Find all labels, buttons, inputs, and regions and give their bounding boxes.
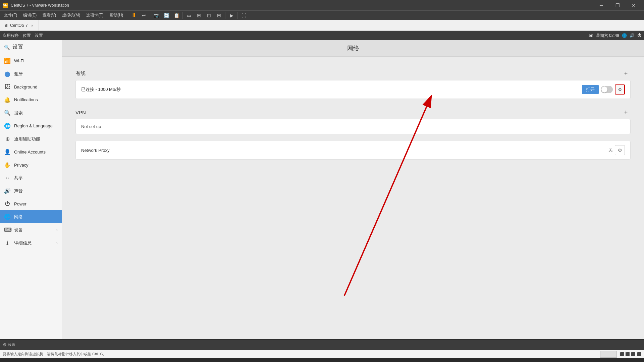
wired-settings-button[interactable]: ⚙: [615, 84, 625, 95]
apps-menu[interactable]: 应用程序: [3, 33, 19, 39]
vmware-icon: VM: [3, 3, 8, 8]
proxy-status-label: 关: [608, 147, 613, 153]
sidebar-item-accessibility[interactable]: ⊕ 通用辅助功能: [0, 132, 62, 145]
toolbar-revert[interactable]: ↩: [139, 11, 149, 20]
wifi-icon: 📶: [4, 58, 11, 64]
sidebar-item-details[interactable]: ℹ 详细信息 ›: [0, 236, 62, 249]
sidebar-item-devices[interactable]: ⌨ 设备 ›: [0, 223, 62, 236]
sidebar-item-search[interactable]: 🔍 搜索: [0, 106, 62, 119]
annotation-arrow: [62, 57, 644, 339]
sidebar-item-label: Notifications: [14, 97, 38, 102]
bottombar-settings-label: 设置: [8, 342, 15, 347]
menu-file[interactable]: 文件(F): [1, 11, 20, 19]
places-menu[interactable]: 位置: [23, 33, 31, 39]
bluetooth-icon: ⬤: [4, 71, 11, 77]
sidebar-item-region[interactable]: 🌐 Region & Language: [0, 119, 62, 132]
sidebar-item-privacy[interactable]: ✋ Privacy: [0, 159, 62, 172]
sidebar-item-label: 设备: [14, 227, 23, 233]
toolbar-sep2: [182, 12, 183, 19]
sidebar-item-network[interactable]: 🌐 网络: [0, 210, 62, 223]
sidebar-item-sound[interactable]: 🔊 声音: [0, 184, 62, 197]
sidebar-item-sharing[interactable]: ↔ 共享: [0, 172, 62, 184]
vm-tab-centos[interactable]: 🖥 CentOS 7 ×: [0, 20, 39, 31]
vpn-section: VPN + Not set up: [75, 106, 631, 134]
settings-icon: ⚙: [3, 342, 7, 347]
sidebar-item-online-accounts[interactable]: 👤 Online Accounts: [0, 145, 62, 159]
wired-settings-icon: ⚙: [618, 87, 622, 92]
toolbar-clone[interactable]: 📋: [172, 11, 181, 20]
menu-edit[interactable]: 编辑(E): [20, 11, 39, 19]
sidebar-item-wifi[interactable]: 📶 Wi-Fi: [0, 54, 62, 67]
sidebar-item-label: 网络: [14, 214, 23, 220]
sidebar-item-notifications[interactable]: 🔔 Notifications: [0, 93, 62, 106]
vpn-add-button[interactable]: +: [621, 108, 631, 117]
sidebar-item-bluetooth[interactable]: ⬤ 蓝牙: [0, 67, 62, 80]
menu-vm[interactable]: 虚拟机(M): [59, 11, 83, 19]
region-icon: 🌐: [4, 123, 11, 129]
main-header: 网络: [62, 40, 644, 57]
toolbar-console[interactable]: ▶: [227, 11, 236, 20]
sidebar-title: 设置: [12, 43, 23, 51]
vm-bottombar: ⚙ 设置: [0, 339, 644, 350]
sound-icon: 🔊: [4, 188, 11, 194]
vm-content: 🔍 设置 📶 Wi-Fi ⬤ 蓝牙 🖼 Background 🔔 Notific…: [0, 40, 644, 339]
sidebar-item-power[interactable]: ⏻ Power: [0, 197, 62, 210]
toolbar-view3[interactable]: ⊡: [204, 11, 214, 20]
sharing-icon: ↔: [4, 175, 11, 181]
wired-section-header: 有线 +: [75, 67, 631, 80]
vm-tab-label: CentOS 7: [10, 23, 28, 28]
volume-icon: 🔊: [630, 33, 635, 38]
menu-view[interactable]: 查看(V): [40, 11, 59, 19]
status-text: 要将输入定向到该虚拟机，请将鼠标指针移入其中或按 Ctrl+G。: [3, 352, 107, 357]
toolbar-view4[interactable]: ⊟: [214, 11, 224, 20]
main-panel: 网络 有线 + 已连接 - 1000 Mb/秒 打开 ⚙: [62, 40, 644, 339]
vm-tab-close[interactable]: ×: [30, 23, 35, 28]
wired-connection-item: 已连接 - 1000 Mb/秒 打开 ⚙: [75, 80, 631, 99]
network-icon2: 🌐: [4, 214, 11, 220]
power-icon: ⏻: [637, 33, 641, 38]
sidebar-item-label: 通用辅助功能: [14, 136, 40, 142]
vpn-section-title: VPN: [75, 110, 86, 115]
toolbar-view1[interactable]: ▭: [184, 11, 194, 20]
privacy-icon: ✋: [4, 162, 11, 168]
proxy-settings-icon: ⚙: [618, 147, 622, 153]
wired-section: 有线 + 已连接 - 1000 Mb/秒 打开 ⚙: [75, 67, 631, 99]
vmware-menubar: 文件(F) 编辑(E) 查看(V) 虚拟机(M) 选项卡(T) 帮助(H) ⏸ …: [0, 11, 644, 20]
wired-add-button[interactable]: +: [621, 69, 631, 78]
toolbar-sep4: [237, 12, 238, 19]
menu-tabs[interactable]: 选项卡(T): [84, 11, 106, 19]
toolbar-sep3: [225, 12, 225, 19]
proxy-controls: 关 ⚙: [608, 145, 625, 155]
sidebar-item-label: 详细信息: [14, 240, 32, 246]
toolbar-pause[interactable]: ⏸: [129, 11, 139, 20]
bottombar-settings[interactable]: ⚙ 设置: [3, 342, 15, 347]
close-button[interactable]: ✕: [626, 0, 641, 11]
sidebar-item-label: Background: [14, 84, 37, 89]
sidebar-item-label: 声音: [14, 188, 23, 194]
wired-toggle-button[interactable]: 打开: [582, 85, 599, 94]
vm-tab-icon: 🖥: [4, 23, 8, 28]
settings-menu[interactable]: 设置: [35, 33, 43, 39]
sidebar-item-label: Online Accounts: [14, 149, 46, 155]
background-icon: 🖼: [4, 84, 11, 90]
search-icon: 🔍: [4, 45, 10, 50]
toolbar-view2[interactable]: ⊞: [194, 11, 204, 20]
network-icon: 🌐: [622, 33, 627, 38]
wired-toggle-slider[interactable]: [601, 86, 613, 93]
page-title: 网络: [347, 45, 359, 52]
toolbar-snapshot[interactable]: 📷: [152, 11, 161, 20]
restore-button[interactable]: ❐: [610, 0, 625, 11]
proxy-settings-button[interactable]: ⚙: [615, 145, 625, 155]
settings-sidebar: 🔍 设置 📶 Wi-Fi ⬤ 蓝牙 🖼 Background 🔔 Notific…: [0, 40, 62, 339]
devices-arrow: ›: [56, 228, 58, 232]
menu-help[interactable]: 帮助(H): [107, 11, 126, 19]
notifications-icon: 🔔: [4, 97, 11, 103]
minimize-button[interactable]: ─: [594, 0, 609, 11]
main-content: 有线 + 已连接 - 1000 Mb/秒 打开 ⚙: [62, 57, 644, 339]
sidebar-item-background[interactable]: 🖼 Background: [0, 80, 62, 93]
toolbar-fullscreen[interactable]: ⛶: [239, 11, 249, 20]
vmware-title: CentOS 7 - VMware Workstation: [11, 3, 591, 8]
locale-indicator: en: [589, 33, 593, 38]
toolbar-restore[interactable]: 🔄: [162, 11, 171, 20]
vpn-empty-label: Not set up: [75, 119, 631, 134]
